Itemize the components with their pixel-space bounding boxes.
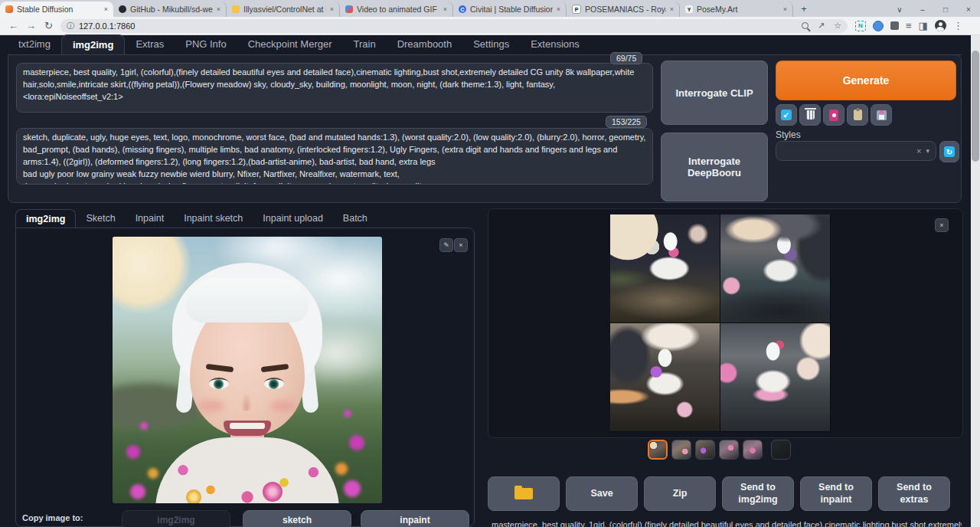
subtab-inpaint-upload[interactable]: Inpaint upload — [253, 209, 333, 228]
tab-list-icon[interactable]: ≡ — [906, 21, 912, 31]
address-bar[interactable]: ⓘ 127.0.0.1:7860 ↗ ☆ — [60, 19, 848, 33]
close-gallery-button[interactable]: × — [935, 218, 949, 232]
browser-tab-controlnet[interactable]: Illyasviel/ControlNet at main × — [227, 2, 340, 17]
tab-png-info[interactable]: PNG Info — [175, 34, 237, 54]
tab-close-icon[interactable]: × — [557, 5, 560, 13]
tab-close-icon[interactable]: × — [670, 5, 674, 13]
zoom-icon[interactable] — [802, 22, 808, 29]
tab-close-icon[interactable]: × — [104, 5, 108, 13]
side-panel-icon[interactable]: ◨ — [919, 21, 928, 31]
extension-n-icon[interactable]: N — [855, 21, 866, 31]
send-to-img2img-button[interactable]: Send to img2img — [722, 476, 794, 511]
window-maximize-button[interactable]: □ — [934, 5, 957, 14]
open-folder-button[interactable] — [488, 476, 560, 511]
arrow-down-left-icon: ↙ — [781, 110, 792, 120]
subtab-inpaint[interactable]: Inpaint — [126, 209, 175, 228]
browser-tab-github[interactable]: GitHub - Mikubill/sd-webui-co × — [113, 2, 227, 17]
prompt-token-counter: 69/75 — [610, 52, 642, 64]
gallery-image-1[interactable] — [610, 214, 720, 322]
gallery-thumbnail[interactable] — [695, 440, 715, 460]
portrait-yellow-flower — [186, 489, 201, 503]
browser-tab-posemaniacs[interactable]: P POSEMANIACS - Royalty free 3 × — [567, 2, 680, 17]
tab-dreambooth[interactable]: Dreambooth — [387, 34, 463, 54]
close-icon: × — [939, 221, 943, 229]
edit-image-button[interactable]: ✎ — [439, 238, 453, 252]
bookmark-star-icon[interactable]: ☆ — [834, 21, 841, 31]
page-scrollbar-thumb[interactable] — [972, 51, 979, 162]
remove-image-button[interactable]: × — [454, 238, 468, 252]
gallery-image-4[interactable] — [720, 323, 830, 431]
negative-prompt-input[interactable]: sketch, duplicate, ugly, huge eyes, text… — [16, 128, 653, 185]
interrogate-deepbooru-button[interactable]: Interrogate DeepBooru — [661, 133, 768, 201]
tab-close-icon[interactable]: × — [217, 5, 220, 13]
window-close-button[interactable]: × — [957, 5, 980, 14]
gallery-image-2[interactable] — [720, 214, 830, 322]
portrait-iris — [269, 379, 279, 389]
gallery-thumbnail-selected[interactable] — [648, 440, 668, 460]
browser-chevron-icon[interactable]: ∨ — [888, 5, 911, 14]
refresh-styles-button[interactable]: ↻ — [939, 141, 959, 162]
save-style-button[interactable] — [871, 104, 892, 126]
read-generation-params-button[interactable]: ↙ — [776, 104, 797, 126]
window-minimize-button[interactable]: – — [911, 5, 934, 14]
portrait-blush — [270, 401, 296, 411]
subtab-batch[interactable]: Batch — [333, 209, 377, 228]
tab-txt2img[interactable]: txt2img — [8, 34, 61, 54]
browser-tab-civitai[interactable]: C Civitai | Stable Diffusion model × — [453, 2, 567, 17]
generate-button[interactable]: Generate — [776, 61, 956, 100]
back-button[interactable]: ← — [5, 21, 22, 31]
copy-to-img2img-button[interactable]: img2img — [122, 510, 230, 527]
tab-img2img[interactable]: img2img — [61, 34, 125, 55]
copy-to-inpaint-button[interactable]: inpaint — [361, 510, 469, 527]
tab-close-icon[interactable]: × — [783, 5, 787, 13]
tab-close-icon[interactable]: × — [330, 5, 334, 13]
reload-button[interactable]: ↻ — [40, 21, 57, 31]
clear-prompt-button[interactable] — [799, 104, 821, 126]
apply-style-button[interactable] — [847, 104, 868, 126]
share-icon[interactable]: ↗ — [818, 21, 825, 31]
send-to-inpaint-button[interactable]: Send to inpaint — [800, 476, 872, 511]
portrait-flower-bokeh — [140, 422, 148, 430]
copy-to-sketch-button[interactable]: sketch — [243, 510, 351, 527]
tab-close-icon[interactable]: × — [443, 5, 447, 13]
tab-title: POSEMANIACS - Royalty free 3 — [585, 5, 666, 14]
gallery-thumbnail[interactable] — [671, 440, 691, 460]
gallery-image-3[interactable] — [610, 323, 720, 431]
new-tab-button[interactable]: + — [798, 3, 810, 15]
tab-checkpoint-merger[interactable]: Checkpoint Merger — [237, 34, 343, 54]
site-info-icon[interactable]: ⓘ — [67, 21, 74, 31]
extension-blue-icon[interactable] — [873, 21, 884, 31]
browser-tab-stable-diffusion[interactable]: Stable Diffusion × — [0, 2, 113, 17]
source-image-portrait[interactable] — [113, 237, 382, 503]
clipboard-icon — [854, 110, 862, 120]
extra-networks-button[interactable] — [823, 104, 844, 126]
interrogate-clip-button[interactable]: Interrogate CLIP — [661, 61, 768, 125]
subtab-img2img[interactable]: img2img — [15, 209, 76, 229]
tab-train[interactable]: Train — [343, 34, 387, 54]
clear-styles-icon[interactable]: × — [916, 146, 921, 155]
forward-button[interactable]: → — [22, 21, 40, 31]
browser-menu-icon[interactable]: ⋮ — [953, 21, 963, 31]
tab-settings[interactable]: Settings — [462, 34, 520, 54]
styles-dropdown[interactable]: × ▾ — [776, 141, 936, 161]
send-to-extras-button[interactable]: Send to extras — [878, 476, 950, 511]
negative-prompt-token-counter: 153/225 — [606, 116, 647, 128]
browser-tab-posemy[interactable]: Y PoseMy.Art × — [680, 2, 793, 17]
portrait-nose — [241, 392, 252, 411]
gallery-thumbnail[interactable] — [743, 440, 763, 460]
profile-avatar[interactable] — [935, 20, 946, 31]
url-text[interactable]: 127.0.0.1:7860 — [79, 21, 794, 31]
zip-button[interactable]: Zip — [644, 476, 716, 511]
gallery-thumbnail[interactable] — [719, 440, 739, 460]
refresh-icon: ↻ — [944, 146, 955, 157]
tab-extras[interactable]: Extras — [125, 34, 175, 54]
subtab-sketch[interactable]: Sketch — [76, 209, 125, 228]
tab-extensions[interactable]: Extensions — [520, 34, 590, 54]
subtab-inpaint-sketch[interactable]: Inpaint sketch — [174, 209, 253, 228]
civitai-favicon-icon: C — [459, 5, 466, 13]
extensions-puzzle-icon[interactable] — [890, 21, 899, 30]
prompt-input[interactable]: masterpiece, best quality, 1girl, (color… — [16, 63, 653, 113]
save-button[interactable]: Save — [566, 476, 638, 511]
browser-tab-gif-converter[interactable]: Video to animated GIF converter × — [340, 2, 453, 17]
gallery-thumbnail[interactable] — [771, 440, 791, 460]
